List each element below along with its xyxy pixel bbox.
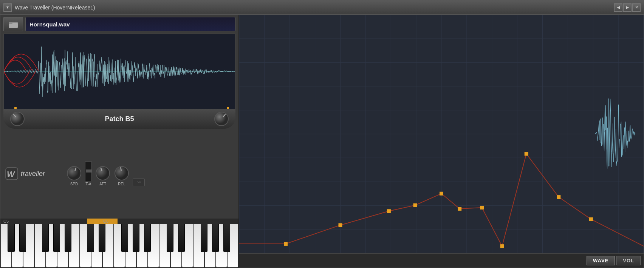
svg-rect-2 xyxy=(9,22,12,24)
title-bar: ▼ Wave Traveller (HoverNRelease1) ◀ ▶ ✕ xyxy=(0,0,644,15)
svg-point-5 xyxy=(215,112,228,126)
patch-knob-right[interactable] xyxy=(214,111,229,127)
logo-text: traveller xyxy=(21,170,45,178)
rel-knob[interactable] xyxy=(114,165,130,181)
vol-tab-btn[interactable]: VOL xyxy=(616,256,641,265)
svg-point-11 xyxy=(96,166,110,180)
waveform-canvas xyxy=(4,34,235,109)
keyboard-area: C5 C6 xyxy=(0,219,238,268)
white-key[interactable] xyxy=(34,224,46,268)
white-key[interactable] xyxy=(91,224,102,268)
white-key[interactable] xyxy=(227,224,238,268)
patch-name: Patch B5 xyxy=(105,115,134,123)
white-key[interactable] xyxy=(102,224,114,268)
spd-knob[interactable] xyxy=(66,165,82,181)
white-key[interactable] xyxy=(193,224,204,268)
wave-tab-label: WAVE xyxy=(593,258,608,263)
white-key[interactable] xyxy=(114,224,125,268)
left-panel: Hornsqual.wav xyxy=(0,15,239,268)
key-range-highlight xyxy=(87,219,118,224)
folder-icon xyxy=(9,20,18,28)
key-range-bar: C5 C6 xyxy=(0,219,238,224)
white-key[interactable] xyxy=(204,224,216,268)
main-content: Hornsqual.wav xyxy=(0,15,644,268)
att-knob-item: ATT xyxy=(95,165,111,186)
knob-group: SPD T-A xyxy=(66,162,145,186)
svg-point-9 xyxy=(67,166,81,180)
white-key[interactable] xyxy=(182,224,193,268)
next-icon: ▶ xyxy=(626,5,629,10)
white-key[interactable] xyxy=(68,224,80,268)
logo-icon: W xyxy=(5,167,19,180)
controls-row: W traveller xyxy=(0,129,238,219)
right-panel: WAVE VOL xyxy=(239,15,644,268)
white-key[interactable] xyxy=(136,224,148,268)
white-key[interactable] xyxy=(125,224,136,268)
patch-area: Patch B5 xyxy=(3,109,235,129)
main-window: ▼ Wave Traveller (HoverNRelease1) ◀ ▶ ✕ xyxy=(0,0,644,268)
dropdown-arrow-icon: ▼ xyxy=(6,5,9,9)
wave-tab-btn[interactable]: WAVE xyxy=(587,256,615,265)
white-key[interactable] xyxy=(46,224,57,268)
ta-slider[interactable] xyxy=(85,162,92,181)
white-key[interactable] xyxy=(216,224,227,268)
spd-label: SPD xyxy=(70,182,78,186)
ta-slider-item: T-A xyxy=(85,162,92,186)
ta-slider-handle xyxy=(86,169,92,173)
prev-icon: ◀ xyxy=(617,5,620,10)
white-key[interactable] xyxy=(170,224,182,268)
c6-label: C6 xyxy=(103,219,108,223)
close-btn[interactable]: ✕ xyxy=(632,3,641,12)
envelope-area[interactable] xyxy=(239,15,644,253)
svg-text:W: W xyxy=(7,169,15,179)
svg-point-3 xyxy=(11,112,24,126)
white-key[interactable] xyxy=(0,224,12,268)
patch-knob-left[interactable] xyxy=(9,111,25,127)
vol-tab-label: VOL xyxy=(623,258,634,263)
window-dropdown-btn[interactable]: ▼ xyxy=(3,3,12,12)
white-key[interactable] xyxy=(12,224,23,268)
att-label: ATT xyxy=(99,182,106,186)
keys-container xyxy=(0,224,238,268)
filename-display: Hornsqual.wav xyxy=(25,17,235,31)
ta-label: T-A xyxy=(85,182,91,186)
rel-label: REL xyxy=(118,182,125,186)
white-key[interactable] xyxy=(57,224,68,268)
att-knob[interactable] xyxy=(95,165,111,181)
svg-line-14 xyxy=(121,167,121,171)
prev-btn[interactable]: ◀ xyxy=(614,3,622,12)
stereo-btn[interactable]: ○○ xyxy=(133,179,145,186)
logo-area: W traveller xyxy=(5,167,62,180)
spd-knob-item: SPD xyxy=(66,165,82,186)
white-key[interactable] xyxy=(159,224,170,268)
white-key[interactable] xyxy=(148,224,159,268)
next-btn[interactable]: ▶ xyxy=(623,3,632,12)
svg-point-13 xyxy=(115,166,128,180)
white-key[interactable] xyxy=(80,224,91,268)
window-title: Wave Traveller (HoverNRelease1) xyxy=(15,5,611,11)
rel-knob-item: REL xyxy=(114,165,130,186)
waveform-area xyxy=(3,34,235,109)
c5-label: C5 xyxy=(3,219,9,223)
white-key[interactable] xyxy=(23,224,34,268)
file-row: Hornsqual.wav xyxy=(0,15,238,34)
bottom-bar: WAVE VOL xyxy=(239,253,644,268)
filename-text: Hornsqual.wav xyxy=(29,21,70,28)
close-icon: ✕ xyxy=(635,5,638,10)
open-file-btn[interactable] xyxy=(3,17,23,31)
window-controls: ◀ ▶ ✕ xyxy=(614,3,641,12)
envelope-canvas xyxy=(239,15,644,253)
